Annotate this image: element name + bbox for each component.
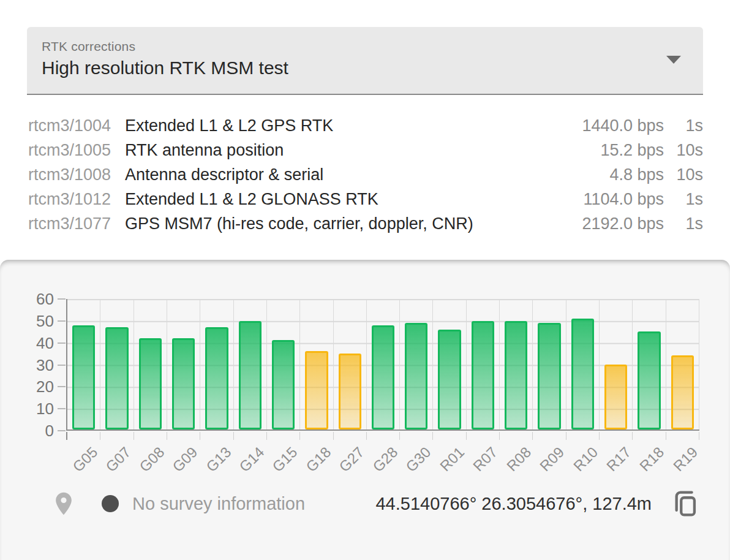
copy-icon xyxy=(671,486,703,521)
x-axis-label: R01 xyxy=(437,444,468,475)
chart-column xyxy=(200,299,233,429)
x-tick xyxy=(500,432,533,440)
x-tick xyxy=(134,432,167,440)
x-axis-labels: G05G07G08G09G13G14G15G18G27G28G30R01R07R… xyxy=(66,442,699,486)
x-axis-label: G08 xyxy=(136,444,168,475)
rtcm-message-row: rtcm3/1077 GPS MSM7 (hi-res code, carrie… xyxy=(0,214,730,239)
chart-bar-G08 xyxy=(139,338,162,429)
chart-bar-G13 xyxy=(205,327,228,429)
rtcm-message-list: rtcm3/1004 Extended L1 & L2 GPS RTK 1440… xyxy=(0,116,730,239)
survey-status-dot-icon xyxy=(102,495,119,512)
y-axis-label: 40 xyxy=(0,333,54,353)
x-axis-label: G27 xyxy=(336,444,368,475)
chart-bar-G09 xyxy=(172,338,195,429)
x-label-cell: G15 xyxy=(266,442,299,486)
chart-column xyxy=(300,299,333,429)
message-interval: 1s xyxy=(664,214,703,233)
x-tick xyxy=(467,432,500,440)
x-label-cell: G28 xyxy=(366,442,399,486)
location-pin-icon xyxy=(50,488,77,520)
x-axis-label: R10 xyxy=(570,444,601,475)
x-label-cell: G05 xyxy=(66,442,99,486)
survey-status-bar: No survey information 44.5140766° 26.305… xyxy=(50,484,703,523)
message-interval: 10s xyxy=(664,141,703,160)
chart-bar-R18 xyxy=(638,331,660,429)
message-rate: 2192.0 bps xyxy=(582,214,664,233)
chart-bar-R09 xyxy=(538,323,560,429)
y-tick xyxy=(58,386,66,387)
x-tick xyxy=(433,432,466,440)
x-tick xyxy=(67,432,100,440)
x-tick xyxy=(167,432,200,440)
rtcm-message-row: rtcm3/1008 Antenna descriptor & serial 4… xyxy=(0,165,730,190)
rtcm-message-row: rtcm3/1005 RTK antenna position 15.2 bps… xyxy=(0,141,730,165)
survey-status-text: No survey information xyxy=(132,494,305,514)
x-tick xyxy=(566,432,600,440)
x-axis-label: R08 xyxy=(503,444,535,475)
y-tick xyxy=(58,365,66,366)
chart-column xyxy=(67,299,100,429)
x-tick xyxy=(633,432,666,440)
chart-bar-G14 xyxy=(239,321,262,430)
chart-column xyxy=(467,299,500,429)
chart-column xyxy=(666,299,699,429)
message-code: rtcm3/1005 xyxy=(28,141,125,160)
chart-bar-G15 xyxy=(272,340,295,429)
chart-column xyxy=(500,299,533,429)
x-tick xyxy=(666,432,699,440)
chart-column xyxy=(367,299,400,429)
chart-bar-G18 xyxy=(305,351,328,429)
y-tick xyxy=(58,430,66,431)
message-rate: 15.2 bps xyxy=(600,141,664,160)
rtcm-message-row: rtcm3/1012 Extended L1 & L2 GLONASS RTK … xyxy=(0,190,730,214)
chart-column xyxy=(334,299,367,429)
chart-bar-R07 xyxy=(472,321,494,430)
message-name: GPS MSM7 (hi-res code, carrier, doppler,… xyxy=(125,214,582,233)
x-axis-label: R09 xyxy=(536,444,568,475)
chart-bar-R01 xyxy=(438,330,461,429)
chart-bar-G07 xyxy=(105,327,128,429)
x-tick xyxy=(200,432,233,440)
x-label-cell: G30 xyxy=(399,442,432,486)
chart-bar-R10 xyxy=(571,319,594,429)
x-axis-label: G28 xyxy=(369,444,401,475)
y-axis-label: 0 xyxy=(0,421,54,441)
x-tick xyxy=(334,432,367,440)
copy-coordinates-button[interactable] xyxy=(671,486,703,521)
x-tick xyxy=(533,432,566,440)
x-label-cell: R17 xyxy=(600,442,633,486)
x-label-cell: R10 xyxy=(566,442,599,486)
y-axis-label: 30 xyxy=(0,355,54,375)
x-label-cell: G07 xyxy=(99,442,132,486)
chart-column xyxy=(400,299,433,429)
x-tick xyxy=(234,432,267,440)
rtcm-message-row: rtcm3/1004 Extended L1 & L2 GPS RTK 1440… xyxy=(0,116,730,141)
chart-column xyxy=(433,299,466,429)
snr-bar-chart xyxy=(66,299,699,431)
chart-column xyxy=(234,299,267,429)
x-label-cell: G08 xyxy=(133,442,166,486)
x-axis-ticks xyxy=(66,432,699,440)
chart-column xyxy=(566,299,600,429)
base-coordinates: 44.5140766° 26.3054676°, 127.4m xyxy=(375,494,652,514)
chart-column xyxy=(100,299,134,429)
x-axis-label: G07 xyxy=(103,444,135,475)
x-label-cell: R01 xyxy=(433,442,466,486)
x-label-cell: G18 xyxy=(299,442,333,486)
x-label-cell: R08 xyxy=(499,442,532,486)
message-name: Extended L1 & L2 GLONASS RTK xyxy=(125,190,583,209)
message-code: rtcm3/1004 xyxy=(28,116,125,135)
x-axis-label: R07 xyxy=(470,444,501,475)
rtk-corrections-dropdown[interactable]: RTK corrections High resolution RTK MSM … xyxy=(27,27,703,95)
chevron-down-icon xyxy=(666,56,681,64)
x-label-cell: R09 xyxy=(533,442,566,486)
y-axis-label: 60 xyxy=(0,289,54,309)
chart-bar-R19 xyxy=(671,355,694,429)
y-axis-label: 20 xyxy=(0,377,54,396)
rtk-corrections-panel: RTK corrections High resolution RTK MSM … xyxy=(0,0,730,260)
chart-column xyxy=(633,299,666,429)
chart-bar-G30 xyxy=(405,323,427,429)
x-axis-label: G18 xyxy=(303,444,334,475)
y-axis-label: 10 xyxy=(0,399,54,418)
x-axis-label: G13 xyxy=(203,444,235,475)
